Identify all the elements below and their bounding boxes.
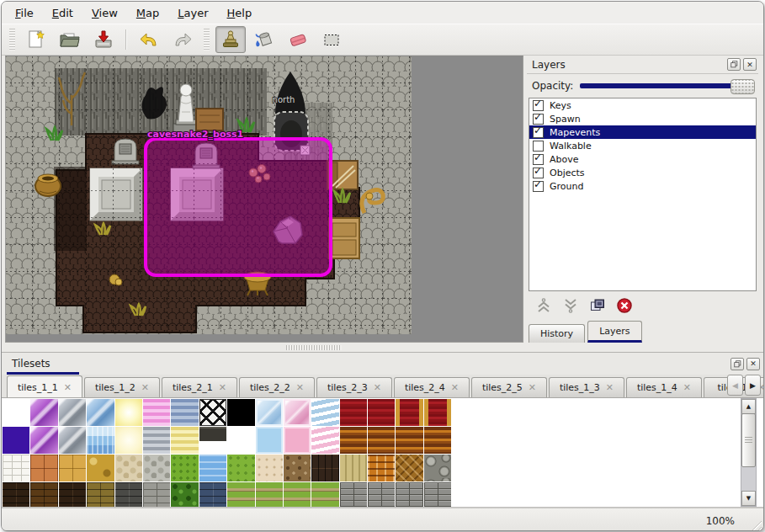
menu-item-map[interactable]: Map xyxy=(136,5,169,21)
tab-close-icon[interactable]: ✕ xyxy=(451,382,459,393)
opacity-slider-handle[interactable] xyxy=(730,79,755,94)
tile-water[interactable] xyxy=(199,455,226,481)
lower-layer-button[interactable] xyxy=(562,297,579,314)
undo-button[interactable] xyxy=(134,26,164,53)
layer-row-above[interactable]: ✓Above xyxy=(529,152,756,166)
tab-scroll-left-icon[interactable]: ◀ xyxy=(727,375,743,396)
layer-visibility-checkbox[interactable]: ✓ xyxy=(533,168,544,178)
menu-item-file[interactable]: File xyxy=(15,5,44,21)
tile-brick-gray[interactable] xyxy=(368,482,395,508)
layer-row-walkable[interactable]: Walkable xyxy=(529,139,756,152)
float-panel-icon[interactable] xyxy=(727,58,741,71)
tileset-tab-tiles_1_3[interactable]: tiles_1_3✕ xyxy=(549,377,624,397)
tile-wood-stripe[interactable] xyxy=(396,427,422,454)
tile-carpet-red-gold[interactable] xyxy=(424,399,451,426)
tile-wood-dark[interactable] xyxy=(311,455,338,481)
tileset-tab-tiles_2_5[interactable]: tiles_2_5✕ xyxy=(471,377,547,397)
tab-close-icon[interactable]: ✕ xyxy=(296,382,304,393)
scroll-up-icon[interactable]: ▲ xyxy=(741,399,756,414)
tile-crystal-gray[interactable] xyxy=(59,399,86,426)
tile-ribbon-blue[interactable] xyxy=(311,399,338,426)
tile-stripes-pink[interactable] xyxy=(143,399,170,426)
tab-close-icon[interactable]: ✕ xyxy=(683,382,691,393)
layer-visibility-checkbox[interactable]: ✓ xyxy=(533,100,544,111)
open-map-button[interactable] xyxy=(55,26,85,53)
tileset-tab-tiles_1_2[interactable]: tiles_1_2✕ xyxy=(84,377,160,397)
eraser-tool-button[interactable] xyxy=(283,26,313,53)
tile-basketweave[interactable] xyxy=(368,455,395,481)
scrollbar-thumb[interactable] xyxy=(741,413,756,467)
tile-stripes-gray[interactable] xyxy=(143,427,170,454)
tile-wall-graybrick[interactable] xyxy=(143,482,170,508)
duplicate-layer-button[interactable] xyxy=(589,297,606,314)
tile-empty[interactable] xyxy=(227,427,254,454)
layer-list[interactable]: ✓Keys✓Spawn✓MapeventsWalkable✓Above✓Obje… xyxy=(529,98,757,290)
tile-pebble-gray[interactable] xyxy=(143,455,170,481)
tile-water-anim[interactable] xyxy=(87,427,114,454)
tile-cobble-yellow[interactable] xyxy=(87,455,114,481)
opacity-slider[interactable] xyxy=(580,79,755,93)
tile-carpet-red[interactable] xyxy=(340,399,367,426)
tile-stripes-blue[interactable] xyxy=(171,399,198,426)
tile-empty[interactable] xyxy=(3,399,29,426)
horizontal-splitter[interactable] xyxy=(2,343,763,352)
tile-stripes-yellow[interactable] xyxy=(171,427,198,454)
tile-hedge[interactable] xyxy=(171,482,198,508)
tab-scroll-right-icon[interactable]: ▶ xyxy=(745,375,761,396)
menu-item-layer[interactable]: Layer xyxy=(178,5,218,21)
tile-wood-stripe[interactable] xyxy=(340,427,367,454)
tile-dirt[interactable] xyxy=(284,455,311,481)
tab-close-icon[interactable]: ✕ xyxy=(529,382,536,393)
menu-item-view[interactable]: View xyxy=(92,5,128,21)
tile-indigo[interactable] xyxy=(3,427,29,454)
fill-tool-button[interactable] xyxy=(249,26,279,53)
tile-grasspath[interactable] xyxy=(311,482,338,508)
tab-close-icon[interactable]: ✕ xyxy=(606,382,614,393)
dock-tab-layers[interactable]: Layers xyxy=(587,321,641,343)
tile-grasspath[interactable] xyxy=(227,482,254,508)
tile-logs-gray[interactable] xyxy=(424,455,451,481)
float-tilesets-icon[interactable] xyxy=(730,358,744,370)
tile-tile-yellow[interactable] xyxy=(59,455,86,481)
tile-sand[interactable] xyxy=(256,455,283,481)
tile-crystal-purple[interactable] xyxy=(30,399,57,426)
tile-path-white[interactable] xyxy=(3,455,29,481)
rect-select-tool-button[interactable] xyxy=(316,26,347,53)
tab-close-icon[interactable]: ✕ xyxy=(219,382,226,393)
toolbar-grip-2[interactable] xyxy=(204,29,210,51)
layer-visibility-checkbox[interactable]: ✓ xyxy=(533,154,544,165)
tile-lattice[interactable] xyxy=(199,399,226,426)
resize-grip[interactable] xyxy=(748,519,762,531)
tile-black[interactable] xyxy=(227,399,254,426)
toolbar-grip[interactable] xyxy=(9,29,15,51)
tile-herringbone[interactable] xyxy=(396,455,422,481)
tile-crystal-purple[interactable] xyxy=(30,427,57,454)
tileset-tab-tiles_2_2[interactable]: tiles_2_2✕ xyxy=(239,377,315,397)
tile-planks-light[interactable] xyxy=(340,455,367,481)
tab-close-icon[interactable]: ✕ xyxy=(64,382,72,393)
scroll-down-icon[interactable]: ▼ xyxy=(741,491,756,506)
tile-carpet-red[interactable] xyxy=(368,399,395,426)
tile-wall-tan[interactable] xyxy=(87,482,114,508)
tile-brick-gray[interactable] xyxy=(424,482,451,508)
layer-row-keys[interactable]: ✓Keys xyxy=(529,98,756,112)
tile-wood-stripe[interactable] xyxy=(424,427,451,454)
tileset-tab-tiles_2_3[interactable]: tiles_2_3✕ xyxy=(316,377,392,397)
menu-item-help[interactable]: Help xyxy=(227,5,263,21)
map-viewport[interactable]: north cavesnake2_boss1 xyxy=(5,56,523,343)
tab-close-icon[interactable]: ✕ xyxy=(374,382,381,393)
tile-crystal-gray[interactable] xyxy=(59,427,86,454)
palette-scrollbar[interactable]: ▲ ▼ xyxy=(741,398,757,507)
tile-solid-pink[interactable] xyxy=(284,427,311,454)
tileset-tab-tiles_2_4[interactable]: tiles_2_4✕ xyxy=(394,377,470,397)
tile-brick-gray[interactable] xyxy=(396,482,422,508)
tile-palette[interactable]: ▲ ▼ xyxy=(2,398,763,508)
close-panel-icon[interactable]: ✕ xyxy=(743,58,757,71)
tile-wall-brown[interactable] xyxy=(30,482,57,508)
delete-layer-button[interactable] xyxy=(616,297,633,314)
layer-row-mapevents[interactable]: ✓Mapevents xyxy=(529,125,756,139)
tile-solid-lightblue[interactable] xyxy=(256,427,283,454)
tile-ice-blue[interactable] xyxy=(256,399,283,426)
new-map-button[interactable] xyxy=(21,26,51,53)
tile-wall-brown-dark[interactable] xyxy=(3,482,29,508)
